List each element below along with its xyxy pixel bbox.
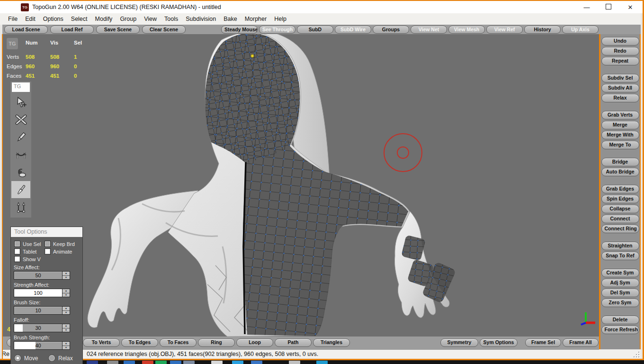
taskbar-app-icon[interactable]	[170, 361, 181, 364]
toolbar-button[interactable]: Steady Mouse	[221, 26, 258, 34]
spinner-up-icon[interactable]: ▲	[63, 272, 70, 276]
spinner-down-icon[interactable]: ▼	[63, 293, 70, 297]
tool-bridge-button[interactable]	[11, 146, 30, 163]
resize-grip[interactable]	[634, 352, 640, 357]
auto-bridge-button[interactable]: Auto Bridge	[601, 168, 639, 176]
spinner-up-icon[interactable]: ▲	[63, 324, 70, 328]
menu-item[interactable]: Modify	[91, 14, 116, 24]
spinner-down-icon[interactable]: ▼	[63, 276, 70, 280]
subdiv-all-button[interactable]: Subdiv All	[601, 84, 639, 92]
menu-item[interactable]: Morpher	[241, 14, 271, 24]
spinner-up-icon[interactable]: ▲	[63, 289, 70, 293]
spinner-down-icon[interactable]: ▼	[63, 346, 70, 350]
menu-item[interactable]: View	[140, 14, 161, 24]
tool-pencil-button[interactable]	[11, 128, 30, 146]
toolbar-button[interactable]: Load Scene	[4, 26, 48, 34]
checkbox-box-icon[interactable]	[14, 256, 20, 262]
toolbar-button[interactable]: Groups	[373, 26, 409, 34]
tool-extrude-verts-button[interactable]	[11, 199, 30, 216]
field-input[interactable]: 30	[14, 324, 63, 332]
relax-button[interactable]: Relax	[601, 94, 639, 102]
bridge-button[interactable]: Bridge	[601, 158, 639, 166]
field-spinner[interactable]: ▲▼	[63, 341, 70, 350]
taskbar-app-icon[interactable]	[155, 361, 167, 364]
os-taskbar[interactable]	[0, 360, 644, 364]
spinner-down-icon[interactable]: ▼	[63, 328, 70, 332]
taskbar-app-icon[interactable]	[87, 361, 98, 364]
frame-all-button[interactable]: Frame All	[563, 338, 599, 347]
radio-relax[interactable]: Relax	[48, 355, 82, 362]
taskbar-app-icon[interactable]	[232, 361, 243, 364]
field-input[interactable]: 40	[14, 341, 63, 350]
field-spinner[interactable]: ▲▼	[63, 271, 70, 280]
merge-button[interactable]: Merge	[601, 121, 639, 129]
checkbox-animate[interactable]: Animate	[45, 248, 83, 255]
spinner-up-icon[interactable]: ▲	[63, 342, 70, 346]
checkbox-tablet[interactable]: Tablet	[14, 248, 45, 255]
menu-item[interactable]: Bake	[220, 14, 241, 24]
radio-move[interactable]: Move	[14, 355, 48, 362]
bottom-toolbar-button[interactable]: To Edges	[121, 338, 158, 347]
del-sym-button[interactable]: Del Sym	[601, 289, 639, 297]
merge-to-button[interactable]: Merge To	[601, 141, 639, 149]
taskbar-app-icon[interactable]	[289, 361, 300, 364]
grab-edges-button[interactable]: Grab Edges	[601, 185, 639, 193]
tool-select-arrow-button[interactable]	[11, 93, 30, 110]
menu-item[interactable]: Group	[116, 14, 140, 24]
checkbox-box-icon[interactable]	[45, 241, 51, 247]
checkbox-box-icon[interactable]	[45, 248, 51, 255]
tool-options-title[interactable]: Tool Options	[11, 227, 82, 237]
bottom-toolbar-button[interactable]: Ring	[198, 338, 235, 347]
merge-with-button[interactable]: Merge With	[601, 131, 639, 139]
viewport[interactable]	[3, 34, 599, 337]
checkbox-use-sel[interactable]: Use Sel	[14, 241, 45, 247]
radio-dot-icon[interactable]	[14, 355, 21, 362]
menu-item[interactable]: Select	[67, 14, 91, 24]
toolbar-button[interactable]: See Through	[259, 26, 295, 34]
bottom-toolbar-button[interactable]: To Verts	[83, 338, 120, 347]
maximize-button[interactable]	[605, 4, 612, 11]
menu-item[interactable]: Options	[39, 14, 67, 24]
tool-brush-button[interactable]	[11, 181, 30, 198]
connect-button[interactable]: Connect	[601, 215, 639, 223]
subdiv-sel-button[interactable]: Subdiv Sel	[601, 74, 639, 82]
close-button[interactable]: ✕	[626, 4, 634, 11]
field-input[interactable]: 10	[14, 306, 63, 315]
redo-button[interactable]: Redo	[601, 47, 639, 55]
adj-sym-button[interactable]: Adj Sym	[601, 279, 639, 287]
taskbar-app-icon[interactable]	[211, 361, 223, 364]
field-spinner[interactable]: ▲▼	[63, 289, 70, 297]
taskbar-app-icon[interactable]	[251, 361, 262, 364]
checkbox-box-icon[interactable]	[14, 248, 20, 255]
menu-item[interactable]: File	[4, 14, 21, 24]
bottom-toolbar-button[interactable]: Loop	[236, 338, 273, 347]
checkbox-box-icon[interactable]	[14, 241, 20, 247]
menu-item[interactable]: Subdivision	[182, 14, 220, 24]
sym-options-button[interactable]: Sym Options	[480, 338, 518, 347]
menu-item[interactable]: Edit	[21, 14, 39, 24]
force-refresh-button[interactable]: Force Refresh	[601, 326, 639, 334]
toolbar-button[interactable]: Up Axis	[562, 26, 599, 34]
checkbox-keep-brd[interactable]: Keep Brd	[45, 241, 83, 247]
toolbar-button[interactable]: SubD	[297, 26, 333, 34]
taskbar-app-icon[interactable]	[142, 361, 153, 364]
taskbar-app-icon[interactable]	[183, 361, 195, 364]
bottom-toolbar-button[interactable]: Path	[275, 338, 312, 347]
symmetry-button[interactable]: Symmetry	[440, 338, 478, 347]
toolbar-button[interactable]: Load Ref	[50, 26, 94, 34]
field-input[interactable]: 100	[14, 289, 63, 297]
field-spinner[interactable]: ▲▼	[63, 306, 70, 315]
spinner-down-icon[interactable]: ▼	[63, 311, 70, 315]
toolbar-button[interactable]: View Mesh	[448, 26, 485, 34]
repeat-button[interactable]: Repeat	[601, 57, 639, 65]
taskbar-app-icon[interactable]	[107, 361, 118, 364]
minimize-button[interactable]: —	[583, 4, 590, 11]
field-input[interactable]: 50	[14, 271, 63, 280]
viewport-canvas[interactable]	[3, 34, 599, 337]
spinner-up-icon[interactable]: ▲	[63, 307, 70, 311]
field-spinner[interactable]: ▲▼	[63, 324, 70, 332]
toolbar-button[interactable]: History	[524, 26, 561, 34]
toolbar-button[interactable]: Clear Scene	[142, 26, 186, 34]
straighten-button[interactable]: Straighten	[601, 242, 639, 250]
menu-item[interactable]: Help	[270, 14, 290, 24]
